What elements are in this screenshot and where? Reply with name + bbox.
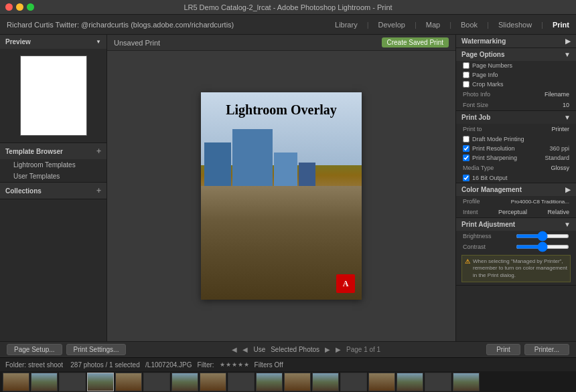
folder-info: Folder: street shoot 287 photos / 1 sele… <box>5 361 192 369</box>
print-adj-header[interactable]: Print Adjustment ▼ <box>456 218 576 231</box>
page-numbers-checkbox[interactable] <box>463 62 470 69</box>
intent-perceptual[interactable]: Perceptual <box>498 209 527 215</box>
create-saved-print-button[interactable]: Create Saved Print <box>382 37 449 47</box>
media-type-value[interactable]: Glossy <box>551 165 569 171</box>
nav-book[interactable]: Book <box>461 21 478 29</box>
print-sharpening-row: Print Sharpening Standard <box>456 153 576 163</box>
film-thumb[interactable] <box>115 373 142 391</box>
crop-marks-row: Crop Marks <box>456 80 576 89</box>
contrast-slider[interactable] <box>516 245 569 249</box>
prev-arrow[interactable]: ◀ <box>232 346 237 353</box>
printer-button[interactable]: Printer... <box>524 344 569 355</box>
photo-info-value[interactable]: Filename <box>545 91 569 98</box>
photo-info-label: Photo Info <box>463 91 490 98</box>
profile-row: Profile Pro4000-C8 Traditiona... <box>456 196 576 207</box>
photo-info-row: Photo Info Filename <box>456 89 576 100</box>
page-options-toggle[interactable]: ▼ <box>564 51 571 58</box>
main-area: Preview ▼ Template Browser + Lightroom T… <box>0 35 576 341</box>
film-thumb[interactable] <box>312 373 339 391</box>
profile-value[interactable]: Pro4000-C8 Traditiona... <box>511 199 569 205</box>
film-thumb[interactable] <box>228 373 255 391</box>
minimize-button[interactable] <box>16 3 23 11</box>
nav-slideshow[interactable]: Slideshow <box>498 21 532 29</box>
print-job-header[interactable]: Print Job ▼ <box>456 111 576 124</box>
folder-label: Folder: street shoot <box>5 361 63 369</box>
page-options-header[interactable]: Page Options ▼ <box>456 48 576 61</box>
next-arrow-2[interactable]: ▶ <box>336 346 341 353</box>
watermarking-toggle[interactable]: ▶ <box>565 37 571 45</box>
preview-section: Preview ▼ <box>0 35 106 143</box>
file-name: /L1007204.JPG <box>145 361 192 369</box>
close-button[interactable] <box>5 3 13 11</box>
template-browser-add[interactable]: + <box>96 146 101 156</box>
film-thumb[interactable] <box>453 373 480 391</box>
draft-mode-row: Draft Mode Printing <box>456 134 576 144</box>
film-thumb[interactable] <box>200 373 226 391</box>
center-header: Unsaved Print Create Saved Print <box>107 35 455 51</box>
film-thumb[interactable] <box>397 373 423 391</box>
intent-label: Intent <box>463 209 478 215</box>
info-icon: ⚠ <box>465 258 470 265</box>
filter-label: Filter: <box>198 361 214 369</box>
brightness-slider[interactable] <box>516 234 569 238</box>
film-thumb[interactable] <box>368 373 395 391</box>
watermarking-header[interactable]: Watermarking ▶ <box>456 35 576 47</box>
bit-output-checkbox[interactable] <box>463 175 470 181</box>
bottom-toolbar: Page Setup... Print Settings... ◀ ◀ Use … <box>0 341 576 357</box>
film-thumb[interactable] <box>87 373 114 391</box>
info-text: When selecting "Managed by Printer", rem… <box>473 258 567 279</box>
template-browser-header[interactable]: Template Browser + <box>0 143 106 159</box>
film-thumb[interactable] <box>425 373 451 391</box>
film-thumb[interactable] <box>143 373 170 391</box>
maximize-button[interactable] <box>27 3 34 11</box>
filters-off[interactable]: Filters Off <box>255 361 283 369</box>
titlebar: LR5 Demo Catalog-2_lrcat - Adobe Photosh… <box>0 0 576 15</box>
film-thumb[interactable] <box>284 373 311 391</box>
film-thumb[interactable] <box>59 373 86 391</box>
film-thumb[interactable] <box>256 373 283 391</box>
next-arrow[interactable]: ▶ <box>325 346 330 353</box>
use-value[interactable]: Selected Photos <box>271 346 319 353</box>
print-resolution-checkbox[interactable] <box>463 145 470 152</box>
print-button[interactable]: Print <box>486 344 520 355</box>
print-resolution-value: 360 ppi <box>549 145 569 152</box>
prev-arrow-2[interactable]: ◀ <box>242 346 248 353</box>
user-templates-item[interactable]: User Templates <box>0 171 106 182</box>
navbar: Richard Curtis Twitter: @richardcurtis (… <box>0 15 576 35</box>
film-thumb[interactable] <box>171 373 198 391</box>
page-setup-button[interactable]: Page Setup... <box>7 344 62 355</box>
print-sharpening-label: Print Sharpening <box>472 155 517 161</box>
center-panel: Unsaved Print Create Saved Print Lightro… <box>107 35 455 341</box>
preview-header[interactable]: Preview ▼ <box>0 35 106 49</box>
profile-label: Profile <box>463 198 480 205</box>
print-adj-toggle[interactable]: ▼ <box>564 221 571 228</box>
color-mgmt-section: Color Management ▶ Profile Pro4000-C8 Tr… <box>456 183 576 218</box>
print-job-toggle[interactable]: ▼ <box>564 114 571 121</box>
nav-print[interactable]: Print <box>553 21 569 29</box>
nav-map[interactable]: Map <box>426 21 440 29</box>
traffic-lights <box>5 3 34 11</box>
page-info-checkbox[interactable] <box>463 72 470 78</box>
print-to-value[interactable]: Printer <box>551 126 569 132</box>
print-sharpening-checkbox[interactable] <box>463 155 470 161</box>
font-size-value[interactable]: 10 <box>563 102 569 108</box>
film-thumb[interactable] <box>31 373 58 391</box>
crop-marks-checkbox[interactable] <box>463 81 470 88</box>
draft-mode-checkbox[interactable] <box>463 136 470 142</box>
film-thumb[interactable] <box>3 373 29 391</box>
film-thumb[interactable] <box>340 373 367 391</box>
template-browser-section: Template Browser + Lightroom Templates U… <box>0 143 106 183</box>
nav-library[interactable]: Library <box>335 21 358 29</box>
color-mgmt-header[interactable]: Color Management ▶ <box>456 183 576 196</box>
intent-relative[interactable]: Relative <box>547 209 569 215</box>
font-size-label: Font Size <box>463 102 488 108</box>
collections-header[interactable]: Collections + <box>0 183 106 199</box>
color-mgmt-toggle[interactable]: ▶ <box>565 186 571 193</box>
print-adj-section: Print Adjustment ▼ Brightness Contrast ⚠… <box>456 218 576 286</box>
collections-add[interactable]: + <box>96 186 101 195</box>
nav-develop[interactable]: Develop <box>378 21 405 29</box>
lightroom-templates-item[interactable]: Lightroom Templates <box>0 159 106 171</box>
print-settings-button[interactable]: Print Settings... <box>66 344 127 355</box>
page-info-label: Page Info <box>472 72 498 78</box>
font-size-row: Font Size 10 <box>456 100 576 110</box>
